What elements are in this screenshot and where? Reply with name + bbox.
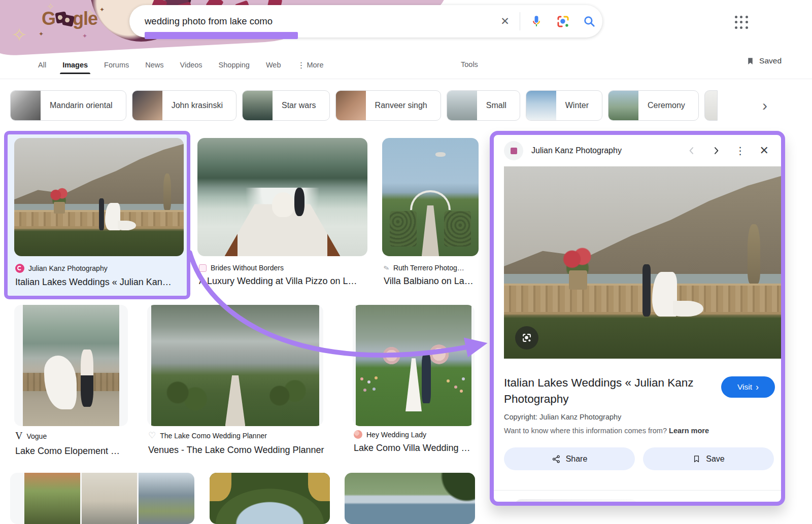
- chip-partial[interactable]: [704, 90, 718, 121]
- chip-thumbnail: [132, 90, 162, 121]
- result-title[interactable]: A Luxury Wedding at Villa Pizzo on L…: [199, 276, 357, 287]
- result-image-venue[interactable]: [147, 305, 323, 426]
- visit-button[interactable]: Visit ›: [721, 376, 775, 398]
- guests-shape: [390, 211, 417, 247]
- result-image-villa-collage[interactable]: [10, 473, 194, 524]
- result-image-mountain[interactable]: [345, 473, 475, 524]
- chip-ranveer-singh[interactable]: Ranveer singh: [335, 90, 441, 121]
- result-title[interactable]: Lake Como Villa Wedding …: [354, 443, 470, 453]
- result-image-villa-balbiano[interactable]: [382, 138, 479, 256]
- dress-train-shape: [118, 221, 137, 230]
- chip-label: Star wars: [273, 101, 329, 110]
- result-caption-planner[interactable]: ♡ The Lake Como Wedding Planner Venues -…: [148, 430, 324, 456]
- tab-more-label: More: [307, 61, 323, 69]
- panel-divider: [494, 490, 781, 491]
- pillar-shape: [54, 202, 65, 214]
- chip-john-krasinski[interactable]: John krasinski: [132, 90, 236, 121]
- chip-star-wars[interactable]: Star wars: [242, 90, 330, 121]
- chip-label: John krasinski: [162, 101, 236, 110]
- panel-source-name[interactable]: Julian Kanz Photography: [531, 146, 687, 155]
- bride-figure: [44, 356, 77, 409]
- result-caption-hey[interactable]: Hey Wedding Lady Lake Como Villa Wedding…: [354, 430, 470, 453]
- tab-videos[interactable]: Videos: [180, 61, 202, 69]
- chip-label: Ceremony: [638, 101, 698, 110]
- result-image-arch[interactable]: [210, 473, 330, 524]
- flowers-shape: [427, 343, 451, 365]
- doodle-square-icon: [62, 14, 75, 27]
- result-caption-vogue[interactable]: V Vogue Lake Como Elopement …: [15, 430, 120, 457]
- search-submit-icon[interactable]: [576, 5, 602, 38]
- google-doodle-logo[interactable]: Ggle: [42, 8, 97, 29]
- result-title[interactable]: Lake Como Elopement …: [15, 446, 120, 457]
- chip-small[interactable]: Small: [447, 90, 520, 121]
- tab-images[interactable]: Images: [62, 61, 88, 69]
- result-image-boat[interactable]: [197, 138, 367, 256]
- panel-copyright: Copyright: Julian Kanz Photography: [504, 413, 621, 421]
- save-label: Save: [706, 455, 724, 464]
- result-title[interactable]: Villa Balbiano on La…: [384, 276, 473, 287]
- search-inside-image-lens-icon[interactable]: [515, 326, 538, 350]
- sparkle-icon: ✦: [82, 32, 87, 40]
- panel-result-title[interactable]: Italian Lakes Weddings « Julian Kanz Pho…: [504, 375, 712, 407]
- bookmark-filled-icon: [746, 57, 755, 65]
- voice-search-icon[interactable]: [523, 5, 550, 38]
- next-image-icon[interactable]: [711, 146, 721, 156]
- result-image-hey-wedding[interactable]: [353, 305, 475, 426]
- chip-winter[interactable]: Winter: [526, 90, 602, 121]
- hedge-shape: [262, 380, 306, 411]
- guests-shape: [360, 377, 363, 380]
- result-title[interactable]: Venues - The Lake Como Wedding Planner: [148, 445, 324, 456]
- share-label: Share: [566, 455, 588, 464]
- collage-photo: [24, 473, 80, 524]
- previous-image-icon[interactable]: [687, 146, 697, 156]
- chips-scroll-right-icon[interactable]: ›: [762, 94, 767, 117]
- result-caption-brides[interactable]: Brides Without Borders A Luxury Wedding …: [199, 264, 357, 287]
- chip-thumbnail: [526, 90, 556, 121]
- share-button[interactable]: Share: [504, 447, 635, 470]
- groom-figure: [81, 350, 93, 406]
- panel-main-image[interactable]: [504, 166, 781, 359]
- tab-all[interactable]: All: [38, 61, 46, 69]
- panel-more-options-icon[interactable]: ⋮: [735, 145, 746, 157]
- search-input[interactable]: wedding photo from lake como: [145, 16, 493, 27]
- result-title[interactable]: Italian Lakes Weddings « Julian Kan…: [15, 277, 172, 288]
- result-source: The Lake Como Wedding Planner: [160, 432, 267, 440]
- chip-ceremony[interactable]: Ceremony: [608, 90, 699, 121]
- google-apps-grid-icon[interactable]: [735, 16, 749, 29]
- result-image-julian-kanz[interactable]: [14, 138, 184, 256]
- share-icon: [552, 455, 561, 464]
- visit-chevron-icon: ›: [756, 382, 759, 392]
- panel-provenance: Want to know where this information come…: [504, 427, 709, 435]
- panel-header: Julian Kanz Photography ⋮ ✕: [494, 135, 781, 166]
- dress-train-shape: [673, 301, 703, 316]
- tree-shape: [433, 473, 475, 504]
- chip-thumbnail: [243, 90, 273, 121]
- tabs-divider: [0, 79, 812, 79]
- boat-shape: [435, 152, 446, 157]
- chip-mandarin-oriental[interactable]: Mandarin oriental: [10, 90, 126, 121]
- chip-label: Small: [477, 101, 520, 110]
- collage-photo: [82, 473, 138, 524]
- clear-search-icon[interactable]: ✕: [493, 15, 517, 27]
- tab-more[interactable]: ⋮ More: [297, 60, 323, 70]
- result-caption-julian-kanz[interactable]: Julian Kanz Photography Italian Lakes We…: [15, 264, 172, 288]
- aisle-shape: [422, 205, 439, 256]
- google-images-page: ✧ ✧ ✧ Ggle ✦ ✦ ✦ wedding photo from lake…: [0, 0, 812, 524]
- search-tabs: All Images Forums News Videos Shopping W…: [38, 54, 324, 76]
- saved-label: Saved: [759, 56, 782, 65]
- learn-more-link[interactable]: Learn more: [669, 427, 709, 435]
- tools-button[interactable]: Tools: [461, 60, 478, 68]
- panel-close-icon[interactable]: ✕: [760, 144, 769, 157]
- result-caption-ruth[interactable]: ✎ Ruth Terrero Photog… Villa Balbiano on…: [384, 264, 473, 287]
- saved-button[interactable]: Saved: [746, 56, 782, 65]
- tab-news[interactable]: News: [145, 61, 163, 69]
- tab-forums[interactable]: Forums: [104, 61, 129, 69]
- arch-column-shape: [308, 473, 330, 501]
- tab-shopping[interactable]: Shopping: [219, 61, 250, 69]
- source-favicon: [15, 264, 24, 273]
- save-button[interactable]: Save: [643, 447, 774, 470]
- google-lens-icon[interactable]: [550, 5, 576, 38]
- tab-web[interactable]: Web: [266, 61, 281, 69]
- result-image-vogue[interactable]: [14, 305, 128, 426]
- groom-figure: [642, 264, 651, 316]
